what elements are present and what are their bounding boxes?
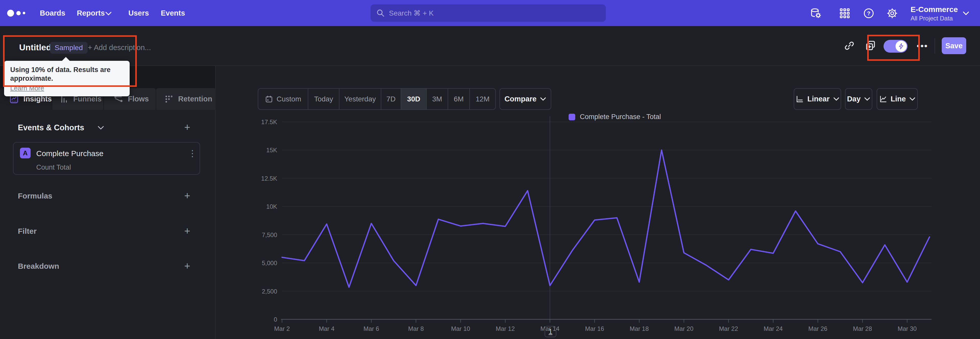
chart-type-dropdown[interactable]: Line [877, 88, 918, 110]
chevron-down-icon [540, 97, 546, 101]
x-axis-label: Mar 8 [408, 325, 424, 332]
chart-legend[interactable]: Complete Purchase - Total [569, 113, 661, 121]
x-axis-label: Mar 28 [853, 325, 872, 332]
mixpanel-logo-icon[interactable] [7, 9, 25, 17]
y-axis-label: 10K [266, 203, 277, 210]
apps-grid-icon[interactable] [839, 8, 850, 19]
lightning-bolt-icon [898, 43, 904, 50]
nav-item-boards[interactable]: Boards [40, 0, 65, 26]
add-description-field[interactable]: + Add description... [88, 43, 151, 52]
svg-text:?: ? [867, 10, 870, 17]
chevron-down-icon [833, 97, 839, 101]
chevron-down-icon [105, 11, 112, 16]
report-title-bar: Untitled Sampled + Add description... ••… [0, 26, 980, 66]
retention-icon [164, 94, 173, 104]
y-axis-label: 15K [266, 147, 277, 154]
x-axis-label: Mar 10 [451, 325, 470, 332]
tooltip-arrow [62, 57, 70, 61]
chart-line [282, 150, 929, 287]
line-chart-icon [879, 95, 887, 103]
y-axis-label: 2,500 [262, 288, 277, 295]
x-axis-label: Mar 2 [274, 325, 290, 332]
x-axis-label: Mar 4 [319, 325, 334, 332]
x-axis-label: Mar 24 [764, 325, 783, 332]
divider [935, 38, 935, 54]
y-axis-label: 12.5K [261, 175, 277, 182]
add-filter-button[interactable]: + [184, 226, 190, 236]
project-name[interactable]: E-Commerce [911, 5, 958, 14]
link-icon[interactable] [843, 40, 855, 51]
nav-item-events[interactable]: Events [161, 0, 185, 26]
nav-item-reports[interactable]: Reports [77, 0, 105, 26]
range-30d[interactable]: 30D [401, 89, 427, 109]
range-label: Custom [277, 95, 301, 103]
x-axis-label: Mar 6 [363, 325, 379, 332]
project-scope: All Project Data [911, 15, 953, 22]
event-name[interactable]: Complete Purchase [36, 149, 103, 158]
scale-label: Linear [807, 95, 829, 103]
range-yesterday[interactable]: Yesterday [339, 89, 381, 109]
section-filter: Filter [18, 227, 37, 235]
tab-label: Retention [178, 95, 212, 103]
sampling-tooltip: Using 10% of data. Results are approxima… [4, 61, 130, 96]
add-formula-button[interactable]: + [184, 190, 190, 201]
settings-gear-icon[interactable] [886, 8, 898, 19]
y-axis-label: 0 [274, 316, 277, 323]
range-3m[interactable]: 3M [427, 89, 448, 109]
learn-more-link[interactable]: Learn More [10, 84, 44, 92]
data-management-icon[interactable] [810, 7, 822, 19]
add-event-button[interactable]: + [184, 122, 190, 132]
toggle-knob [896, 41, 907, 52]
range-6m[interactable]: 6M [448, 89, 470, 109]
y-axis-label: 5,000 [262, 259, 277, 267]
search-input[interactable]: Search ⌘ + K [371, 4, 606, 22]
more-menu-button[interactable]: ••• [917, 41, 928, 51]
search-icon [376, 9, 385, 18]
section-breakdown: Breakdown [18, 262, 59, 270]
range-label: Today [314, 95, 333, 103]
x-axis-label: Mar 20 [674, 325, 694, 332]
interval-dropdown[interactable]: Day [845, 88, 872, 110]
event-card[interactable]: A Complete Purchase ⋮ Count Total [13, 142, 200, 175]
copy-to-board-icon[interactable] [865, 40, 877, 51]
tooltip-text: Using 10% of data. Results are approxima… [10, 66, 124, 83]
pagination-page-1[interactable]: 1 [545, 326, 556, 337]
x-axis-label: Mar 12 [496, 325, 515, 332]
y-axis-label: 7,500 [262, 232, 277, 238]
x-axis-label: Mar 16 [585, 325, 604, 332]
date-range-segmented-control: Custom Today Yesterday 7D 30D 3M 6M 12M [258, 88, 496, 110]
x-axis-label: Mar 22 [719, 325, 738, 332]
nav-item-users[interactable]: Users [128, 0, 149, 26]
range-label: Yesterday [344, 95, 376, 103]
kebab-menu-icon[interactable]: ⋮ [188, 148, 197, 158]
section-formulas: Formulas [18, 192, 52, 200]
compare-button[interactable]: Compare [500, 88, 551, 110]
chevron-down-icon[interactable] [97, 126, 104, 130]
search-placeholder: Search ⌘ + K [389, 9, 434, 18]
range-label: 7D [387, 95, 396, 103]
save-button[interactable]: Save [942, 37, 966, 54]
top-nav: Boards Reports Users Events Search ⌘ + K [0, 0, 980, 26]
scale-dropdown[interactable]: Linear [794, 88, 841, 110]
chevron-down-icon [909, 97, 915, 101]
range-label: 12M [476, 95, 490, 103]
range-custom[interactable]: Custom [258, 89, 308, 109]
x-axis-label: Mar 30 [897, 325, 917, 332]
project-chevron-down-icon[interactable] [963, 11, 969, 15]
range-12m[interactable]: 12M [470, 89, 495, 109]
help-icon[interactable]: ? [863, 8, 874, 19]
y-axis-label: 17.5K [261, 118, 277, 125]
x-axis-label: Mar 18 [630, 325, 649, 332]
events-cohorts-heading[interactable]: Events & Cohorts [18, 123, 84, 132]
tab-retention[interactable]: Retention [156, 88, 216, 110]
sampled-badge[interactable]: Sampled [50, 42, 88, 54]
chart-type-label: Line [891, 95, 906, 103]
interval-label: Day [847, 95, 861, 103]
sampling-toggle[interactable] [883, 40, 907, 53]
event-metric[interactable]: Count Total [36, 163, 71, 171]
range-7d[interactable]: 7D [381, 89, 401, 109]
report-title[interactable]: Untitled [19, 42, 52, 52]
chevron-down-icon [864, 97, 870, 101]
range-today[interactable]: Today [308, 89, 339, 109]
add-breakdown-button[interactable]: + [184, 261, 190, 271]
